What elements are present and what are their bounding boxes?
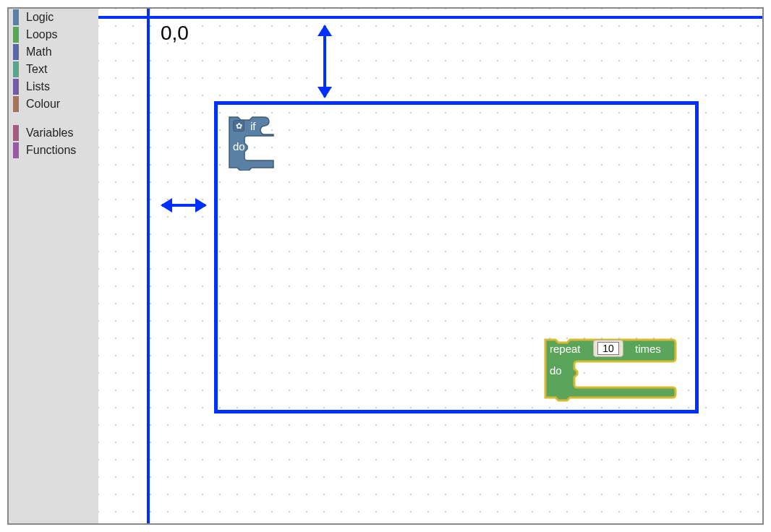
block-repeat-label-repeat: repeat — [550, 343, 581, 355]
toolbox-label: Loops — [26, 28, 58, 41]
axis-horizontal — [98, 16, 762, 19]
toolbox-label: Text — [26, 63, 47, 76]
block-repeat-label-times: times — [635, 343, 661, 355]
vertical-double-arrow-icon — [323, 26, 326, 97]
block-repeat-count-input[interactable] — [597, 342, 619, 355]
block-if[interactable]: ✿ if do — [227, 114, 286, 171]
block-repeat-label-do: do — [550, 364, 562, 377]
gear-icon[interactable]: ✿ — [233, 120, 244, 132]
block-repeat[interactable]: repeat times do — [542, 335, 676, 402]
workspace[interactable]: 0,0 ✿ if do repeat times do — [98, 9, 762, 523]
toolbox-swatch — [13, 96, 19, 112]
toolbox-item-logic[interactable]: Logic — [9, 9, 98, 26]
toolbox-item-lists[interactable]: Lists — [9, 78, 98, 95]
toolbox-label: Colour — [26, 98, 60, 111]
toolbox-swatch — [13, 125, 19, 141]
toolbox-item-text[interactable]: Text — [9, 61, 98, 78]
horizontal-double-arrow-icon — [162, 204, 205, 207]
toolbox-label: Lists — [26, 80, 50, 93]
toolbox-item-math[interactable]: Math — [9, 43, 98, 61]
toolbox-swatch — [13, 61, 19, 77]
toolbox-label: Logic — [26, 11, 54, 24]
toolbox-swatch — [13, 44, 19, 60]
block-if-label-do: do — [233, 140, 245, 153]
toolbox-label: Math — [26, 46, 52, 59]
toolbox-separator — [9, 113, 98, 124]
toolbox-swatch — [13, 79, 19, 95]
toolbox-label: Functions — [26, 144, 76, 157]
toolbox: Logic Loops Math Text Lists Colour Varia… — [9, 9, 98, 523]
toolbox-item-variables[interactable]: Variables — [9, 124, 98, 142]
app-frame: Logic Loops Math Text Lists Colour Varia… — [7, 7, 764, 525]
axis-vertical — [147, 9, 150, 523]
toolbox-item-loops[interactable]: Loops — [9, 26, 98, 43]
block-if-label-if: if — [250, 120, 256, 132]
toolbox-item-colour[interactable]: Colour — [9, 95, 98, 113]
toolbox-swatch — [13, 142, 19, 158]
toolbox-swatch — [13, 9, 19, 25]
origin-label: 0,0 — [161, 22, 189, 45]
toolbox-label: Variables — [26, 126, 74, 140]
toolbox-item-functions[interactable]: Functions — [9, 142, 98, 159]
block-repeat-number-shadow — [593, 340, 623, 357]
toolbox-swatch — [13, 27, 19, 43]
